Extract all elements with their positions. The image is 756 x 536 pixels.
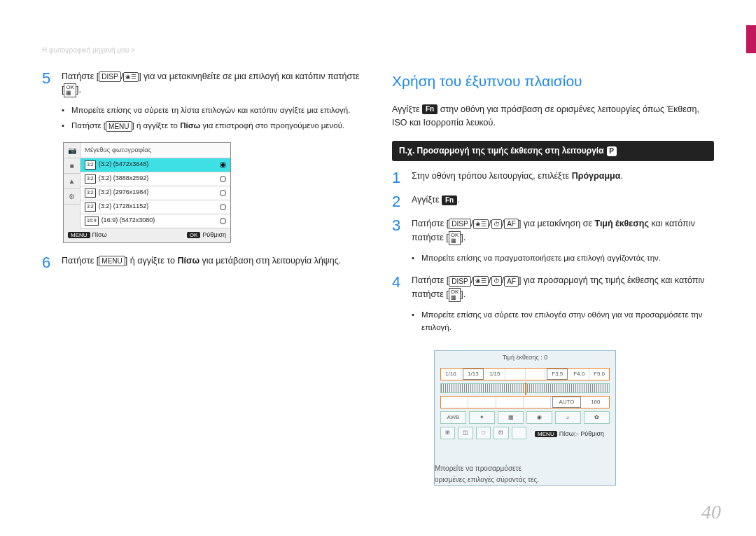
ok-icon: OK▦ xyxy=(64,83,76,97)
bullet: Μπορείτε επίσης να σύρετε τον επιλογέα σ… xyxy=(412,309,714,334)
af-button-label: AF xyxy=(504,276,519,287)
step-4: 4 Πατήστε [DISP/❀☰/⏱/AF] για προσαρμογή … xyxy=(392,274,714,301)
btn[interactable]: ✿ xyxy=(584,411,610,424)
radio-icon xyxy=(220,190,226,196)
cell xyxy=(524,397,551,408)
step-number: 4 xyxy=(392,274,412,291)
right-column: Χρήση του έξυπνου πλαισίου Αγγίξτε Fn στ… xyxy=(392,42,714,486)
macro-icon: ❀☰ xyxy=(473,219,489,229)
disp-button-label: DISP xyxy=(449,219,470,229)
fn-badge: Fn xyxy=(422,104,438,114)
ratio-icon: 3:2 xyxy=(85,188,96,198)
cell: 160 xyxy=(582,397,609,408)
left-column: 5 Πατήστε [DISP/❀☰] για να μετακινηθείτε… xyxy=(42,42,364,486)
cell: F3.5 xyxy=(547,369,568,380)
video-icon: ■ xyxy=(64,158,80,174)
btn[interactable]: ◫ xyxy=(458,427,472,439)
example-banner: Π.χ. Προσαρμογή της τιμής έκθεσης στη λε… xyxy=(392,141,714,161)
menu-badge: MENU xyxy=(535,431,557,437)
back-label: Πίσω xyxy=(92,231,107,238)
macro-icon: ❀☰ xyxy=(123,72,139,82)
ok-icon: OK▦ xyxy=(449,231,461,245)
btn[interactable]: ✦ xyxy=(469,411,495,424)
step-number: 6 xyxy=(42,254,62,271)
step-2: 2 Αγγίξτε Fn. xyxy=(392,193,714,210)
menu-row[interactable]: 3:2 (3:2) (5472x3648) xyxy=(80,158,230,172)
section-title: Χρήση του έξυπνου πλαισίου xyxy=(392,70,714,93)
page-number: 40 xyxy=(701,501,721,523)
callout-text: Μπορείτε να προσαρμόσετε ορισμένες επιλο… xyxy=(435,463,547,485)
timer-icon: ⏱ xyxy=(491,276,502,286)
disp-button-label: DISP xyxy=(99,71,120,82)
step3-bullets: Μπορείτε επίσης να πραγματοποιήσετε μια … xyxy=(412,252,714,265)
timer-icon: ⏱ xyxy=(491,219,502,229)
exposure-btn-row-1: AWB ✦ ▦ ◉ ⌕ ✿ xyxy=(440,411,610,424)
exposure-title: Τιμή έκθεσης : 0 xyxy=(435,351,615,365)
disp-button-label: DISP xyxy=(449,276,470,287)
btn[interactable]: ◉ xyxy=(526,411,552,424)
text: για μετάβαση στη λειτουργία λήψης. xyxy=(200,256,341,266)
exposure-ruler[interactable] xyxy=(440,383,610,393)
exposure-row-shutter[interactable]: 1/10 1/13 1/15 F3.5 F4.0 F5.0 xyxy=(440,368,610,380)
camera-menu-title: Μέγεθος φωτογραφίας xyxy=(80,143,230,158)
step-5: 5 Πατήστε [DISP/❀☰] για να μετακινηθείτε… xyxy=(42,70,364,97)
resolution-text: (16:9) (5472x3080) xyxy=(102,216,217,226)
cell xyxy=(468,397,496,408)
camera-menu-footer: MENUΠίσω OKΡύθμιση xyxy=(64,228,230,242)
intro-text: Αγγίξτε Fn στην οθόνη για πρόσβαση σε ορ… xyxy=(392,103,714,130)
cell xyxy=(496,397,524,408)
exposure-footer: MENUΠίσω ▷ Ρύθμιση xyxy=(529,427,610,442)
menu-button-label: MENU xyxy=(106,121,132,132)
mode-p-icon: P xyxy=(607,146,617,156)
exposure-row-iso[interactable]: AUTO 160 xyxy=(440,396,610,408)
cell xyxy=(505,369,526,380)
radio-icon xyxy=(220,218,226,224)
btn[interactable]: ⌕ xyxy=(555,411,581,424)
play-icon: ▷ xyxy=(574,430,581,437)
menu-row[interactable]: 3:2 (3:2) (1728x1152) xyxy=(80,200,230,214)
wb-button[interactable]: AWB xyxy=(440,411,466,424)
menu-row[interactable]: 16:9 (16:9) (5472x3080) xyxy=(80,214,230,228)
menu-badge: MENU xyxy=(68,232,90,238)
back-label: Πίσω xyxy=(559,430,574,437)
menu-row[interactable]: 3:2 (3:2) (3888x2592) xyxy=(80,172,230,186)
cell: 1/13 xyxy=(463,369,484,380)
text: ]. xyxy=(76,85,81,95)
back-bold: Πίσω xyxy=(177,256,200,266)
resolution-text: (3:2) (5472x3648) xyxy=(99,160,217,170)
text: ] ή αγγίξτε το xyxy=(125,256,178,266)
camera-icon: 📷 xyxy=(64,143,80,158)
ratio-icon: 3:2 xyxy=(85,202,96,212)
btn[interactable]: ⊡ xyxy=(493,427,508,439)
menu-row[interactable]: 3:2 (3:2) (2976x1984) xyxy=(80,186,230,200)
text: Πατήστε [ xyxy=(62,71,99,81)
bullet: Πατήστε [MENU] ή αγγίξτε το Πίσω για επι… xyxy=(62,120,364,132)
step-number: 5 xyxy=(42,70,62,87)
cell: 1/15 xyxy=(485,369,505,380)
set-label: Ρύθμιση xyxy=(202,231,226,238)
breadcrumb: Η φωτογραφική μηχανή μου > xyxy=(42,46,135,54)
btn[interactable]: □ xyxy=(476,427,491,439)
cell xyxy=(526,369,546,380)
ok-badge: OK xyxy=(187,232,201,238)
step-number: 3 xyxy=(392,217,412,234)
bullet: Μπορείτε επίσης να σύρετε τη λίστα επιλο… xyxy=(62,104,364,117)
btn[interactable]: ▦ xyxy=(498,411,524,424)
cell xyxy=(441,397,468,408)
ratio-icon: 3:2 xyxy=(85,174,96,184)
macro-icon: ❀☰ xyxy=(473,276,489,286)
cell: F5.0 xyxy=(589,369,609,380)
ratio-icon: 3:2 xyxy=(85,160,96,170)
resolution-text: (3:2) (2976x1984) xyxy=(99,188,217,198)
step-number: 2 xyxy=(392,193,412,210)
user-icon: ▲ xyxy=(64,174,80,189)
text: Πατήστε [ xyxy=(62,256,99,266)
gear-icon: ⚙ xyxy=(64,189,80,205)
btn[interactable]: ⊞ xyxy=(440,427,455,439)
radio-icon xyxy=(220,204,226,210)
camera-menu-screenshot: 📷 ■ ▲ ⚙ Μέγεθος φωτογραφίας 3:2 (3:2) (5… xyxy=(63,142,231,243)
bullet: Μπορείτε επίσης να πραγματοποιήσετε μια … xyxy=(412,252,714,265)
resolution-text: (3:2) (3888x2592) xyxy=(99,174,217,184)
btn[interactable] xyxy=(512,427,526,439)
radio-icon xyxy=(220,176,226,182)
